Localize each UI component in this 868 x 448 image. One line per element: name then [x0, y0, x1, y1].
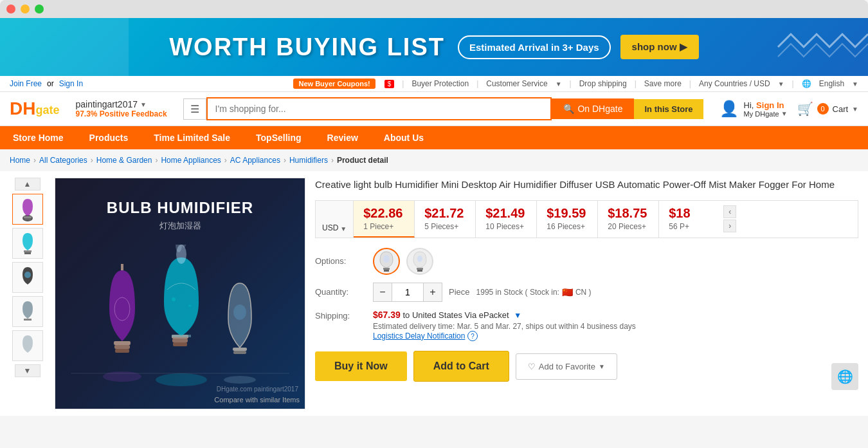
currency-arrow: ▼ — [340, 225, 347, 232]
any-countries[interactable]: Any Countries / USD — [699, 79, 770, 88]
store-name[interactable]: paintingart2017 ▼ — [75, 99, 167, 109]
breadcrumb-ac-appliances[interactable]: AC Appliances — [230, 156, 280, 165]
search-input[interactable] — [206, 97, 552, 120]
svg-point-5 — [24, 272, 31, 278]
logistics-info-icon[interactable]: ? — [467, 331, 478, 341]
nav-time-limited-sale[interactable]: Time Limited Sale — [141, 126, 243, 149]
logo-dh: DH — [10, 98, 35, 119]
dh-logo[interactable]: DHgate — [10, 98, 59, 119]
customer-service[interactable]: Customer Service — [486, 79, 547, 88]
price-amount-2: $21.72 — [424, 206, 466, 221]
maximize-button[interactable] — [35, 5, 44, 14]
price-cell-1[interactable]: $22.86 1 Piece+ — [354, 201, 415, 238]
price-currency[interactable]: USD ▼ — [316, 201, 354, 238]
countries-arrow: ▼ — [778, 80, 784, 88]
price-cell-4[interactable]: $19.59 16 Pieces+ — [537, 201, 598, 238]
nav-store-home[interactable]: Store Home — [0, 126, 77, 149]
option-bulb-1-icon — [377, 250, 396, 273]
shipping-via: to United States Via ePacket — [402, 310, 511, 320]
thumbnail-4[interactable] — [12, 296, 43, 327]
join-free-link[interactable]: Join Free — [10, 79, 42, 88]
thumbnail-3[interactable] — [12, 262, 43, 293]
quantity-input[interactable] — [392, 283, 424, 301]
thumbnail-5[interactable] — [12, 330, 43, 361]
save-more[interactable]: Save more — [644, 79, 682, 88]
rating-label: Positive Feedback — [100, 109, 167, 118]
cart-block[interactable]: 🛒 0 Cart ▼ — [797, 101, 858, 117]
thumbnail-1[interactable] — [12, 194, 43, 225]
globe-button[interactable]: 🌐 — [831, 363, 858, 390]
language-arrow: ▼ — [852, 80, 858, 88]
quantity-decrease-button[interactable]: − — [374, 283, 392, 301]
quantity-unit: Piece — [449, 287, 470, 297]
option-swatch-2[interactable] — [406, 248, 433, 275]
logistics-notification-link[interactable]: Logistics Delay Notification — [373, 331, 465, 341]
svg-rect-8 — [114, 345, 130, 349]
stock-info: 1995 in Stock ( Stock in: 🇨🇳 CN ) — [476, 287, 592, 297]
my-dhgate-arrow: ▼ — [781, 110, 788, 117]
breadcrumb-humidifiers[interactable]: Humidifiers — [289, 156, 328, 165]
shop-now-button[interactable]: shop now ▶ — [620, 35, 699, 59]
buyer-protection[interactable]: Buyer Protection — [411, 79, 469, 88]
svg-rect-29 — [384, 270, 389, 272]
svg-point-19 — [188, 304, 191, 307]
breadcrumb-all-categories[interactable]: All Categories — [39, 156, 87, 165]
nav-about-us[interactable]: About Us — [371, 126, 437, 149]
thumbnail-2[interactable] — [12, 228, 43, 259]
favorite-arrow: ▼ — [599, 363, 605, 370]
my-dhgate-link[interactable]: My DHgate ▼ — [744, 110, 788, 118]
price-cell-6[interactable]: $18 56 P+ — [659, 201, 720, 238]
nav-review[interactable]: Review — [314, 126, 371, 149]
main-content: ▲ — [0, 171, 868, 416]
option-swatch-1[interactable] — [373, 248, 400, 275]
heart-icon: ♡ — [528, 362, 536, 371]
drop-shipping[interactable]: Drop shipping — [579, 79, 627, 88]
svg-rect-6 — [24, 319, 32, 321]
search-on-dhgate-label: On DHgate — [577, 104, 622, 114]
shipping-info: $67.39 to United States Via ePacket ▼ Es… — [373, 310, 636, 342]
customer-service-arrow: ▼ — [556, 80, 562, 88]
thumb-up-arrow[interactable]: ▲ — [15, 178, 41, 191]
quantity-increase-button[interactable]: + — [424, 283, 442, 301]
minimize-button[interactable] — [21, 5, 30, 14]
user-block: 👤 Hi, Sign In My DHgate ▼ — [719, 100, 788, 118]
quantity-row: Quantity: − + Piece 1995 in Stock ( Stoc… — [315, 283, 858, 302]
price-cell-2[interactable]: $21.72 5 Pieces+ — [415, 201, 476, 238]
price-table: USD ▼ $22.86 1 Piece+ $21.72 5 Pieces+ $… — [315, 200, 858, 238]
sign-in-link[interactable]: Sign In — [59, 79, 83, 88]
close-button[interactable] — [6, 5, 15, 14]
search-on-dhgate-button[interactable]: 🔍 On DHgate — [552, 98, 634, 119]
svg-point-24 — [103, 371, 141, 382]
user-sign-in-link[interactable]: Sign In — [756, 100, 784, 110]
new-buyer-button[interactable]: New Buyer Coupons! — [293, 79, 375, 89]
nav-products[interactable]: Products — [77, 126, 141, 149]
add-to-cart-button[interactable]: Add to Cart — [413, 351, 509, 382]
price-prev-button[interactable]: ‹ — [723, 205, 736, 218]
breadcrumb-home-appliances[interactable]: Home Appliances — [161, 156, 221, 165]
store-name-text: paintingart2017 — [75, 99, 138, 109]
options-row: Options: — [315, 248, 858, 275]
compare-link[interactable]: Compare with similar Items — [214, 396, 300, 404]
price-next-button[interactable]: › — [723, 219, 736, 232]
nav-topselling[interactable]: TopSelling — [243, 126, 314, 149]
price-cell-3[interactable]: $21.49 10 Pieces+ — [476, 201, 537, 238]
search-icon: 🔍 — [563, 104, 574, 114]
shipping-row: Shipping: $67.39 to United States Via eP… — [315, 310, 858, 342]
shipping-dropdown-arrow[interactable]: ▼ — [514, 311, 521, 320]
add-to-favorite-button[interactable]: ♡ Add to Favorite ▼ — [516, 353, 617, 380]
sep4: | — [635, 79, 637, 88]
svg-rect-9 — [115, 349, 129, 353]
flag-icon: 🇨🇳 — [562, 287, 573, 297]
svg-rect-4 — [24, 252, 31, 254]
buy-now-button[interactable]: Buy it Now — [315, 351, 407, 381]
search-in-store-button[interactable]: In this Store — [634, 99, 703, 119]
svg-rect-7 — [114, 341, 131, 345]
image-content: BULB HUMIDIFIER 灯泡加湿器 — [71, 199, 289, 388]
thumb-down-arrow[interactable]: ▼ — [15, 364, 41, 377]
price-cell-5[interactable]: $18.75 20 Pieces+ — [598, 201, 659, 238]
hamburger-button[interactable]: ☰ — [183, 98, 206, 120]
breadcrumb-home-garden[interactable]: Home & Garden — [96, 156, 152, 165]
svg-point-25 — [156, 373, 207, 386]
language-selector[interactable]: English — [819, 79, 844, 88]
breadcrumb-home[interactable]: Home — [10, 156, 30, 165]
